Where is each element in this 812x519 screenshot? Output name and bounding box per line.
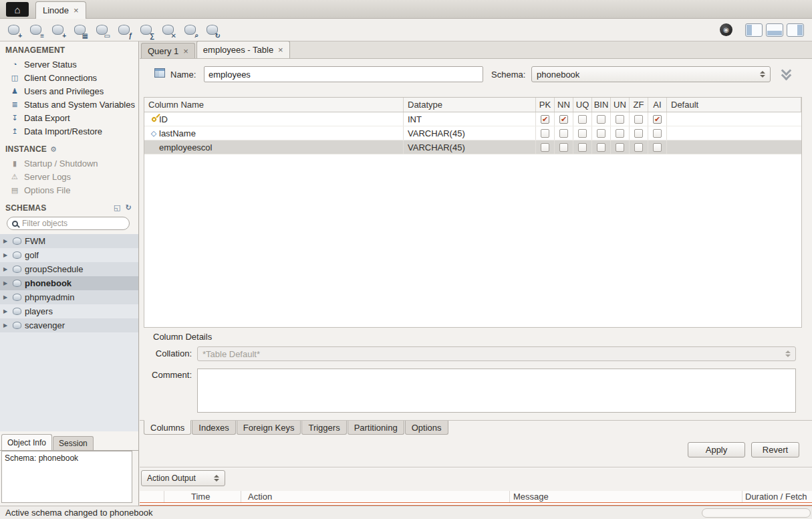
chevron-right-icon[interactable]: ▶: [3, 266, 9, 272]
un-checkbox[interactable]: [616, 143, 624, 152]
drop-object-icon[interactable]: ✕: [160, 22, 176, 38]
revert-button[interactable]: Revert: [751, 442, 799, 457]
collapse-header-chevron-icon[interactable]: [777, 67, 797, 83]
sidebar-item-data-export[interactable]: ↧Data Export: [0, 111, 138, 124]
col-header-column-name[interactable]: Column Name: [144, 98, 404, 112]
col-header-nn[interactable]: NN: [555, 98, 573, 112]
chevron-right-icon[interactable]: ▶: [3, 308, 9, 314]
col-header-datatype[interactable]: Datatype: [404, 98, 536, 112]
un-checkbox[interactable]: [616, 129, 624, 138]
pk-checkbox[interactable]: [541, 129, 549, 138]
home-button[interactable]: ⌂: [6, 2, 29, 17]
column-default[interactable]: [667, 112, 801, 126]
ai-checkbox[interactable]: [653, 143, 662, 152]
col-header-bin[interactable]: BIN: [592, 98, 611, 112]
ai-checkbox[interactable]: [653, 129, 662, 138]
create-view-icon[interactable]: ▭: [94, 22, 110, 38]
col-header-uq[interactable]: UQ: [573, 98, 592, 112]
col-header-ai[interactable]: AI: [648, 98, 667, 112]
sidebar-item-options-file[interactable]: ▤Options File: [0, 183, 138, 197]
uq-checkbox[interactable]: [578, 129, 587, 138]
connection-tab-linode[interactable]: Linode ×: [35, 1, 86, 19]
collation-select[interactable]: *Table Default*: [197, 346, 796, 361]
chevron-right-icon[interactable]: ▶: [3, 294, 9, 300]
un-checkbox[interactable]: [616, 115, 624, 124]
table-name-input[interactable]: [204, 66, 483, 82]
zf-checkbox[interactable]: [634, 129, 643, 138]
apply-button[interactable]: Apply: [688, 442, 745, 457]
col-header-zf[interactable]: ZF: [630, 98, 648, 112]
sidebar-item-startup-shutdown[interactable]: ▮Startup / Shutdown: [0, 157, 138, 170]
table-row[interactable]: ID INT ✔ ✔ ✔: [144, 112, 801, 126]
schema-row-groupschedule[interactable]: ▶groupSchedule: [0, 262, 138, 276]
toggle-sidebar-icon[interactable]: [745, 23, 763, 37]
create-sql-tab-icon[interactable]: +: [5, 22, 21, 38]
tab-indexes[interactable]: Indexes: [192, 421, 236, 435]
uq-checkbox[interactable]: [578, 115, 587, 124]
action-output-select[interactable]: Action Output: [141, 470, 225, 486]
sidebar-item-client-connections[interactable]: ◫Client Connections: [0, 71, 138, 84]
column-default[interactable]: [667, 140, 801, 154]
chevron-right-icon[interactable]: ▶: [3, 238, 9, 244]
output-col-message[interactable]: Message: [510, 491, 742, 502]
col-header-default[interactable]: Default: [667, 98, 801, 112]
sidebar-item-users-privileges[interactable]: ♟Users and Privileges: [0, 84, 138, 98]
schema-row-fwm[interactable]: ▶FWM: [0, 234, 138, 248]
uq-checkbox[interactable]: [578, 143, 587, 152]
column-default[interactable]: [667, 126, 801, 140]
zf-checkbox[interactable]: [634, 115, 643, 124]
reconnect-server-icon[interactable]: ↻: [204, 22, 220, 38]
workbench-status-icon[interactable]: ◉: [720, 23, 732, 36]
col-header-pk[interactable]: PK: [536, 98, 555, 112]
bin-checkbox[interactable]: [597, 143, 605, 152]
chevron-right-icon[interactable]: ▶: [3, 280, 9, 286]
create-schema-icon[interactable]: +: [49, 22, 65, 38]
schema-row-phpmyadmin[interactable]: ▶phpmyadmin: [0, 290, 138, 304]
search-data-icon[interactable]: ⌕: [182, 22, 198, 38]
pk-checkbox[interactable]: ✔: [541, 115, 549, 124]
filter-objects-input[interactable]: [22, 219, 126, 228]
zf-checkbox[interactable]: [634, 143, 643, 152]
schema-row-players[interactable]: ▶players: [0, 304, 138, 318]
close-icon[interactable]: ×: [74, 5, 79, 15]
schema-row-phonebook[interactable]: ▶phonebook: [0, 276, 138, 290]
tab-columns[interactable]: Columns: [144, 420, 191, 435]
sidebar-item-data-import[interactable]: ↥Data Import/Restore: [0, 124, 138, 138]
bin-checkbox[interactable]: [597, 129, 605, 138]
tab-triggers[interactable]: Triggers: [301, 421, 346, 435]
output-col-status[interactable]: [140, 491, 164, 502]
tab-partitioning[interactable]: Partitioning: [348, 421, 404, 435]
tab-options[interactable]: Options: [405, 421, 448, 435]
col-header-un[interactable]: UN: [611, 98, 630, 112]
nn-checkbox[interactable]: [559, 129, 568, 138]
table-row-selected[interactable]: employeescol VARCHAR(45): [144, 140, 801, 154]
tab-session[interactable]: Session: [53, 436, 94, 450]
table-row[interactable]: ◇lastName VARCHAR(45): [144, 126, 801, 140]
schema-select[interactable]: phonebook: [531, 66, 771, 82]
schema-row-scavenger[interactable]: ▶scavenger: [0, 318, 138, 332]
toggle-secondary-sidebar-icon[interactable]: [787, 23, 804, 37]
tab-query-1[interactable]: Query 1 ×: [141, 43, 195, 58]
chevron-right-icon[interactable]: ▶: [3, 322, 9, 328]
bin-checkbox[interactable]: [597, 115, 605, 124]
horizontal-scrollbar[interactable]: [702, 508, 811, 518]
sidebar-item-server-status[interactable]: ◔Server Status: [0, 58, 138, 71]
schema-row-golf[interactable]: ▶golf: [0, 248, 138, 262]
output-col-duration[interactable]: Duration / Fetch: [742, 491, 812, 502]
close-icon[interactable]: ×: [183, 46, 188, 56]
refresh-schemas-icon[interactable]: ↻: [126, 203, 132, 212]
sidebar-item-status-system-variables[interactable]: ≣Status and System Variables: [0, 98, 138, 111]
comment-textarea[interactable]: [197, 369, 796, 413]
sidebar-item-server-logs[interactable]: ⚠Server Logs: [0, 170, 138, 183]
nn-checkbox[interactable]: [559, 143, 568, 152]
ai-checkbox[interactable]: ✔: [653, 115, 662, 124]
tab-employees-table[interactable]: employees - Table ×: [196, 41, 290, 58]
tab-object-info[interactable]: Object Info: [1, 434, 52, 450]
output-col-action[interactable]: Action: [241, 491, 510, 502]
expand-schemas-icon[interactable]: ◱: [114, 203, 121, 212]
pk-checkbox[interactable]: [541, 143, 549, 152]
open-sql-script-icon[interactable]: ≡: [27, 22, 43, 38]
create-function-icon[interactable]: ∑: [138, 22, 154, 38]
close-icon[interactable]: ×: [278, 45, 283, 55]
nn-checkbox[interactable]: ✔: [559, 115, 568, 124]
